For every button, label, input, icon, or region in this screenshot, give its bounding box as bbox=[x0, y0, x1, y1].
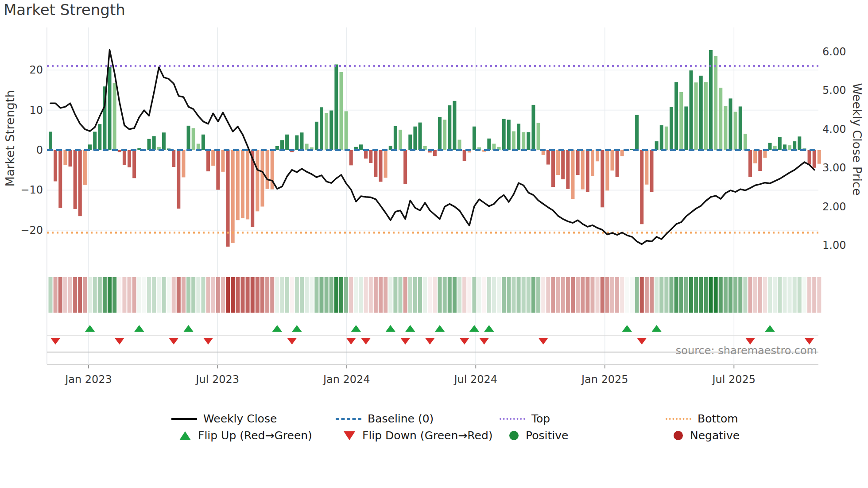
strength-bar bbox=[329, 111, 333, 150]
heatmap-cell bbox=[492, 277, 496, 313]
heatmap-cell bbox=[325, 277, 329, 313]
strength-bar bbox=[616, 150, 619, 177]
y-tick-label-right: 2.00 bbox=[822, 201, 846, 213]
flip-up-marker bbox=[484, 325, 494, 332]
heatmap-cell bbox=[196, 277, 200, 313]
flip-down-marker bbox=[346, 338, 356, 345]
y-tick-label-right: 4.00 bbox=[822, 123, 846, 136]
heatmap-cell bbox=[152, 277, 156, 313]
heatmap-cell bbox=[63, 277, 67, 313]
heatmap-cell bbox=[240, 277, 244, 313]
strength-bar bbox=[216, 150, 220, 190]
baseline-dash-swatch-icon bbox=[336, 418, 361, 420]
heatmap-cell bbox=[103, 277, 107, 313]
heatmap-cell bbox=[418, 277, 422, 313]
heatmap-cell bbox=[561, 277, 565, 313]
heatmap-cell bbox=[295, 277, 299, 313]
strength-bar bbox=[241, 150, 244, 218]
strength-bar bbox=[197, 144, 200, 150]
strength-bar bbox=[305, 144, 309, 150]
bottom-dotted-swatch-icon bbox=[666, 418, 691, 420]
strength-bar bbox=[236, 150, 240, 220]
heatmap-cell bbox=[640, 277, 644, 313]
heatmap-cell bbox=[117, 277, 121, 313]
heatmap-cell bbox=[78, 277, 82, 313]
legend-item-flip-down: Flip Down (Green→Red) bbox=[344, 429, 493, 442]
legend-item-positive: Positive bbox=[509, 429, 568, 442]
heatmap-cell bbox=[709, 277, 713, 313]
heatmap-cell bbox=[714, 277, 718, 313]
strength-bar bbox=[679, 92, 683, 150]
legend-item-flip-up: Flip Up (Red→Green) bbox=[179, 429, 312, 442]
strength-bar bbox=[684, 106, 688, 150]
strength-bar bbox=[438, 117, 442, 150]
heatmap-cell bbox=[216, 277, 220, 313]
heatmap-cell bbox=[551, 277, 555, 313]
heatmap-cell bbox=[211, 277, 215, 313]
y-tick-label-left: −10 bbox=[20, 184, 43, 196]
heatmap-cell bbox=[256, 277, 260, 313]
strength-bar bbox=[610, 150, 614, 170]
flip-down-triangle-icon bbox=[344, 431, 355, 440]
y-tick-label-left: −20 bbox=[20, 224, 43, 236]
heatmap-cell bbox=[541, 277, 545, 313]
strength-bar bbox=[453, 101, 456, 150]
heatmap-cell bbox=[265, 277, 269, 313]
strength-bar bbox=[561, 150, 565, 179]
heatmap-cell bbox=[54, 277, 58, 313]
flip-up-marker bbox=[85, 325, 95, 332]
strength-bar bbox=[300, 132, 303, 150]
strength-bar bbox=[448, 105, 451, 150]
strength-bar bbox=[443, 120, 446, 150]
flip-up-marker bbox=[622, 325, 632, 332]
strength-bar bbox=[192, 128, 195, 150]
heatmap-cell bbox=[482, 277, 486, 313]
x-tick-label: Jul 2024 bbox=[453, 373, 497, 386]
heatmap-cell bbox=[670, 277, 674, 313]
heatmap-cell bbox=[817, 277, 821, 313]
legend-item-weekly-close: Weekly Close bbox=[171, 412, 277, 425]
strength-bar bbox=[694, 82, 698, 150]
strength-bar bbox=[118, 150, 121, 152]
heatmap-cell bbox=[68, 277, 72, 313]
heatmap-cell bbox=[191, 277, 195, 313]
heatmap-cell bbox=[728, 277, 732, 313]
heatmap-cell bbox=[73, 277, 77, 313]
heatmap-cell bbox=[531, 277, 535, 313]
heatmap-cell bbox=[512, 277, 515, 313]
strength-bar bbox=[650, 150, 653, 192]
legend-label: Top bbox=[531, 412, 550, 425]
heatmap-cell bbox=[128, 277, 132, 313]
heatmap-cell bbox=[546, 277, 550, 313]
heatmap-cell bbox=[615, 277, 619, 313]
strength-bar bbox=[660, 125, 663, 150]
heatmap-cell bbox=[186, 277, 190, 313]
strength-bar bbox=[537, 123, 540, 150]
strength-bar bbox=[182, 150, 185, 177]
source-attribution: source: sharemaestro.com bbox=[676, 345, 817, 357]
strength-bar bbox=[172, 150, 175, 167]
strength-bar bbox=[63, 150, 67, 165]
heatmap-cell bbox=[354, 277, 358, 313]
strength-bar bbox=[260, 150, 264, 206]
heatmap-cell bbox=[314, 277, 318, 313]
heatmap-cell bbox=[689, 277, 693, 313]
strength-bar bbox=[364, 150, 368, 159]
strength-bar bbox=[147, 139, 151, 150]
strength-bar bbox=[69, 150, 72, 167]
heatmap-cell bbox=[379, 277, 383, 313]
heatmap-cell bbox=[724, 277, 728, 313]
heatmap-cell bbox=[364, 277, 368, 313]
strength-bar bbox=[98, 124, 101, 150]
strength-bar bbox=[788, 145, 791, 150]
strength-bar bbox=[74, 150, 77, 209]
strength-bar bbox=[793, 141, 796, 150]
heatmap-cell bbox=[290, 277, 294, 313]
heatmap-cell bbox=[477, 277, 481, 313]
heatmap-cell bbox=[147, 277, 151, 313]
strength-bar bbox=[748, 150, 752, 177]
strength-bar bbox=[714, 56, 717, 150]
heatmap-cell bbox=[433, 277, 437, 313]
strength-bar bbox=[280, 140, 284, 150]
strength-bar bbox=[206, 150, 210, 171]
